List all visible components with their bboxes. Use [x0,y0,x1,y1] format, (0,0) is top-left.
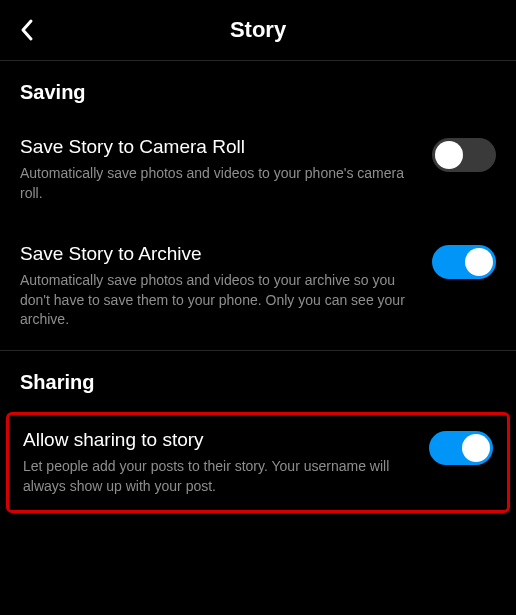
page-title: Story [230,17,286,43]
highlighted-setting: Allow sharing to story Let people add yo… [6,412,510,513]
setting-description: Let people add your posts to their story… [23,457,413,496]
section-header-saving: Saving [0,61,516,116]
toggle-allow-sharing[interactable] [429,431,493,465]
setting-title: Allow sharing to story [23,429,413,451]
header: Story [0,0,516,60]
toggle-knob [435,141,463,169]
back-button[interactable] [12,15,42,45]
setting-save-camera-roll: Save Story to Camera Roll Automatically … [0,116,516,223]
toggle-knob [465,248,493,276]
setting-title: Save Story to Archive [20,243,416,265]
setting-title: Save Story to Camera Roll [20,136,416,158]
toggle-save-camera-roll[interactable] [432,138,496,172]
setting-save-archive: Save Story to Archive Automatically save… [0,223,516,350]
chevron-left-icon [19,18,35,42]
toggle-knob [462,434,490,462]
section-header-sharing: Sharing [0,351,516,406]
toggle-save-archive[interactable] [432,245,496,279]
setting-description: Automatically save photos and videos to … [20,271,416,330]
setting-description: Automatically save photos and videos to … [20,164,416,203]
